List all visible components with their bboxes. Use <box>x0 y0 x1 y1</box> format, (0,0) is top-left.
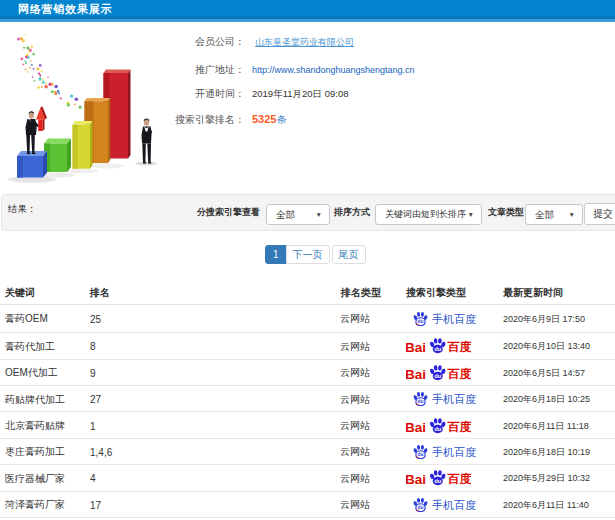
svg-text:百度: 百度 <box>447 340 472 354</box>
svg-text:du: du <box>434 478 442 484</box>
svg-text:du: du <box>434 426 442 432</box>
svg-text:du: du <box>418 400 424 405</box>
svg-text:Bai: Bai <box>406 366 426 381</box>
svg-text:du: du <box>418 505 424 510</box>
svg-text:du: du <box>434 346 442 352</box>
svg-text:du: du <box>418 319 424 324</box>
svg-text:百度: 百度 <box>447 367 472 381</box>
svg-text:百度: 百度 <box>447 420 472 434</box>
svg-text:Bai: Bai <box>406 419 426 434</box>
svg-text:Bai: Bai <box>406 340 426 355</box>
svg-text:Bai: Bai <box>406 472 426 487</box>
svg-text:du: du <box>418 452 424 457</box>
svg-text:du: du <box>434 373 442 379</box>
svg-text:百度: 百度 <box>447 472 472 486</box>
